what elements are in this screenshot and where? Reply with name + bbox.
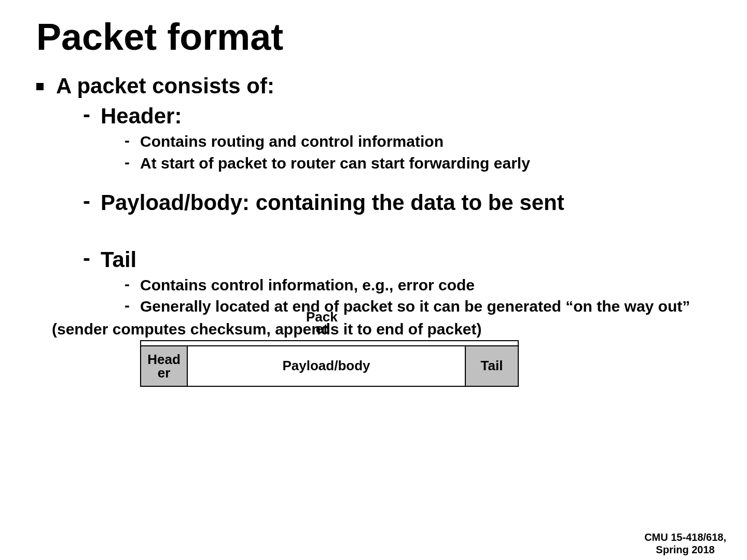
dash-icon: - (125, 275, 130, 292)
dash-icon: - (83, 104, 90, 125)
bullet-header-sub1-text: Contains routing and control information (140, 132, 444, 151)
bullet-tail-sub2: - Generally located at end of packet so … (125, 297, 711, 316)
dash-icon: - (125, 132, 130, 149)
square-bullet-icon (36, 83, 44, 90)
dash-icon: - (83, 190, 90, 212)
bullet-tail-sub1-text: Contains control information, e.g., erro… (140, 275, 475, 295)
dash-icon: - (83, 247, 90, 269)
footer-line2: Spring 2018 (644, 543, 726, 556)
diagram-cell-header: Head er (141, 346, 188, 386)
bullet-tail-sub2-text: Generally located at end of packet so it… (140, 297, 690, 316)
packet-overlay-label: Pack et (306, 311, 338, 335)
bullet-payload-text: Payload/body: containing the data to be … (101, 190, 564, 215)
bullet-header-sub2: - At start of packet to router can start… (125, 153, 711, 173)
bullet-tail-text: Tail (101, 247, 136, 272)
diagram-row: Head er Payload/body Tail (140, 345, 519, 387)
bullet-header-text: Header: (101, 104, 182, 129)
bullet-payload: - Payload/body: containing the data to b… (83, 190, 711, 215)
footer-line1: CMU 15-418/618, (644, 531, 726, 543)
note-text: (sender computes checksum, appends it to… (52, 320, 482, 338)
slide: Packet format A packet consists of: - He… (0, 0, 747, 560)
dash-icon: - (125, 153, 130, 171)
dash-icon: - (125, 297, 130, 314)
diagram-cell-tail: Tail (466, 346, 518, 386)
bullet-header: - Header: (83, 104, 711, 129)
bullet-header-sub2-text: At start of packet to router can start f… (140, 153, 530, 173)
note-line: (sender computes checksum, appends it to… (52, 320, 711, 338)
bullet-tail: - Tail (83, 247, 711, 272)
bullet-header-sub1: - Contains routing and control informati… (125, 132, 711, 151)
packet-diagram: Head er Payload/body Tail (140, 345, 519, 387)
bullet-tail-sub1: - Contains control information, e.g., er… (125, 275, 711, 295)
slide-title: Packet format (36, 16, 711, 58)
diagram-top-bracket (140, 340, 519, 345)
bullet-main-text: A packet consists of: (56, 74, 274, 99)
slide-footer: CMU 15-418/618, Spring 2018 (644, 531, 726, 556)
bullet-main: A packet consists of: (36, 74, 711, 99)
diagram-cell-payload: Payload/body (188, 346, 466, 386)
